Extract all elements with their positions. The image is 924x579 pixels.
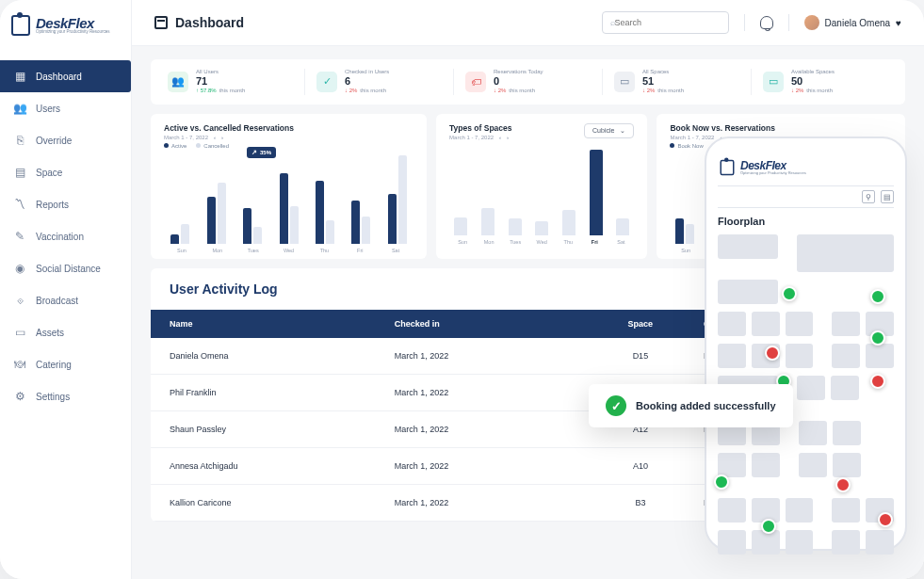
floorplan-marker-available[interactable] xyxy=(714,474,729,490)
stat-icon: 🏷 xyxy=(465,72,486,92)
chart-bars xyxy=(164,154,413,244)
user-menu[interactable]: Daniela Omena ♥ xyxy=(804,15,901,30)
sidebar-item-label: Reports xyxy=(36,200,69,210)
brand: DeskFlex Optimizing your Productivity Re… xyxy=(0,0,131,51)
users-icon: 👥 xyxy=(13,102,26,115)
check-icon: ✓ xyxy=(606,395,626,416)
sidebar-item-label: Space xyxy=(36,168,62,178)
floorplan-marker-available[interactable] xyxy=(870,289,885,304)
stat-card: 👥All Users71↑ 57.8%this month xyxy=(156,69,305,95)
floorplan-marker-available[interactable] xyxy=(761,519,776,534)
chevron-down-icon: ⌄ xyxy=(620,127,625,135)
user-name: Daniela Omena xyxy=(825,18,890,28)
sidebar-item-label: Override xyxy=(36,136,72,146)
sidebar-item-vaccination[interactable]: ✎Vaccination xyxy=(0,220,131,252)
stat-card: ▭Available Spaces50↓ 2%this month xyxy=(752,69,900,95)
chart-tooltip: 35% xyxy=(247,147,276,158)
sidebar-item-label: Catering xyxy=(36,360,72,370)
chevron-left-icon[interactable]: ‹ xyxy=(214,135,216,140)
floorplan-marker-available[interactable] xyxy=(782,286,797,301)
sidebar-item-settings[interactable]: ⚙Settings xyxy=(0,380,131,412)
chart-title: Book Now vs. Reservations xyxy=(670,123,774,133)
topbar: Dashboard ⌕ Daniela Omena ♥ xyxy=(132,0,924,46)
space-icon: ▤ xyxy=(13,166,26,179)
search-input[interactable]: ⌕ xyxy=(602,11,729,34)
reports-icon: 〽 xyxy=(13,198,26,211)
sidebar-item-social-distance[interactable]: ◉Social Distance xyxy=(0,252,131,284)
catering-icon: 🍽 xyxy=(13,358,26,371)
stat-icon: ▭ xyxy=(763,72,784,92)
sidebar-item-label: Dashboard xyxy=(36,72,82,82)
brand-tagline: Optimizing your Productivity Resources xyxy=(36,30,110,35)
vaccination-icon: ✎ xyxy=(13,230,26,243)
sidebar-item-space[interactable]: ▤Space xyxy=(0,156,131,188)
sidebar-item-label: Social Distance xyxy=(36,264,101,274)
stat-card: ▭All Spaces51↓ 2%this month xyxy=(603,69,752,95)
stat-icon: 👥 xyxy=(168,72,188,92)
chevron-right-icon[interactable]: › xyxy=(221,135,223,140)
phone-preview: DeskFlex Optimizing your Productivity Re… xyxy=(705,137,907,551)
floorplan-marker-occupied[interactable] xyxy=(765,346,780,361)
sidebar-item-label: Broadcast xyxy=(36,296,78,306)
settings-icon: ⚙ xyxy=(13,390,26,403)
stat-icon: ✓ xyxy=(316,72,337,92)
floorplan-marker-occupied[interactable] xyxy=(878,512,893,527)
dashboard-icon xyxy=(154,16,168,29)
sidebar-item-broadcast[interactable]: ⟐Broadcast xyxy=(0,284,131,316)
toast-text: Booking added successfully xyxy=(636,400,776,411)
toast-success: ✓ Booking added successfully xyxy=(589,384,793,427)
floorplan-marker-occupied[interactable] xyxy=(870,374,885,389)
avatar xyxy=(804,15,819,30)
sidebar-item-label: Assets xyxy=(36,328,64,338)
chart-active-cancelled: Active vs. Cancelled Reservations March … xyxy=(151,114,427,259)
sidebar-item-reports[interactable]: 〽Reports xyxy=(0,188,131,220)
chart-title: Types of Spaces xyxy=(449,123,511,133)
assets-icon: ▭ xyxy=(13,326,26,339)
stats-row: 👥All Users71↑ 57.8%this month✓Checked in… xyxy=(151,59,905,105)
sidebar: DeskFlex Optimizing your Productivity Re… xyxy=(0,0,132,579)
social-distance-icon: ◉ xyxy=(13,262,26,275)
calendar-icon[interactable]: ▤ xyxy=(881,190,894,203)
stat-card: 🏷Reservations Today0↓ 2%this month xyxy=(454,69,603,95)
brand-name: DeskFlex xyxy=(36,16,110,30)
sidebar-item-override[interactable]: ⎘Override xyxy=(0,124,131,156)
stat-card: ✓Checked in Users6↓ 2%this month xyxy=(305,69,454,95)
search-field[interactable] xyxy=(615,18,721,27)
sidebar-item-label: Vaccination xyxy=(36,232,84,242)
chart-types: Types of Spaces March 1 - 7, 2022‹› Cubi… xyxy=(436,114,647,259)
floorplan-marker-occupied[interactable] xyxy=(835,477,851,492)
brand-logo-icon xyxy=(11,15,30,36)
chevron-left-icon[interactable]: ‹ xyxy=(499,135,501,140)
sidebar-item-dashboard[interactable]: ▦Dashboard xyxy=(0,60,131,92)
floorplan-marker-available[interactable] xyxy=(870,330,885,346)
sidebar-item-users[interactable]: 👥Users xyxy=(0,92,131,124)
override-icon: ⎘ xyxy=(13,134,26,147)
chevron-right-icon[interactable]: › xyxy=(507,135,509,140)
page-title: Dashboard xyxy=(175,15,244,30)
nav: ▦Dashboard👥Users⎘Override▤Space〽Reports✎… xyxy=(0,60,131,412)
sidebar-item-catering[interactable]: 🍽Catering xyxy=(0,348,131,380)
type-dropdown[interactable]: Cubicle⌄ xyxy=(584,123,634,138)
heart-icon: ♥ xyxy=(896,18,901,28)
chart-title: Active vs. Cancelled Reservations xyxy=(164,123,294,133)
floorplan-title: Floorplan xyxy=(718,216,894,227)
broadcast-icon: ⟐ xyxy=(13,294,26,307)
bell-icon[interactable] xyxy=(760,16,773,29)
chart-bars xyxy=(449,146,634,235)
stat-icon: ▭ xyxy=(614,72,635,92)
sidebar-item-label: Settings xyxy=(36,392,70,402)
sidebar-item-label: Users xyxy=(36,104,60,114)
dashboard-icon: ▦ xyxy=(13,70,26,83)
sidebar-item-assets[interactable]: ▭Assets xyxy=(0,316,131,348)
filter-icon[interactable]: ⚲ xyxy=(862,190,875,203)
brand-logo-icon xyxy=(721,160,735,176)
